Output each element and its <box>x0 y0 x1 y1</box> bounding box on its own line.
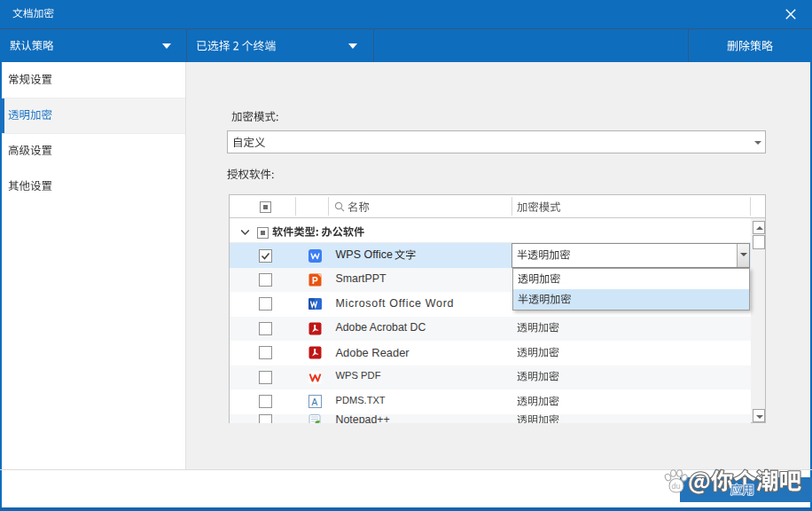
svg-text:A: A <box>311 397 317 407</box>
svg-text:P: P <box>312 275 318 285</box>
svg-text:du: du <box>672 482 681 491</box>
